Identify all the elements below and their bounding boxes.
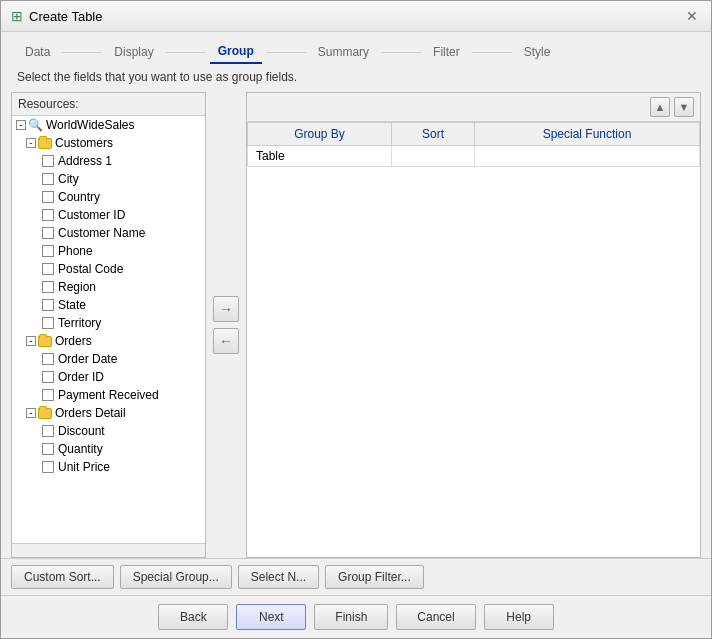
horizontal-scrollbar[interactable] — [12, 543, 205, 557]
tree-item-state[interactable]: State — [12, 296, 205, 314]
tree-group-customers-label: Customers — [55, 136, 113, 150]
wizard-description: Select the fields that you want to use a… — [1, 64, 711, 92]
tree-item-orderdate-label: Order Date — [58, 352, 117, 366]
folder-orders-icon — [38, 336, 52, 347]
checkbox-customerid[interactable] — [42, 209, 54, 221]
checkbox-orderdate[interactable] — [42, 353, 54, 365]
move-left-button[interactable]: ← — [213, 328, 239, 354]
checkbox-postalcode[interactable] — [42, 263, 54, 275]
tree-item-paymentreceived[interactable]: Payment Received — [12, 386, 205, 404]
tree-item-orderid[interactable]: Order ID — [12, 368, 205, 386]
tree-item-address1-label: Address 1 — [58, 154, 112, 168]
group-filter-button[interactable]: Group Filter... — [325, 565, 424, 589]
tree-item-orderdate[interactable]: Order Date — [12, 350, 205, 368]
next-button[interactable]: Next — [236, 604, 306, 630]
tree-item-region[interactable]: Region — [12, 278, 205, 296]
tree-item-discount[interactable]: Discount — [12, 422, 205, 440]
tree-group-ordersdetail-label: Orders Detail — [55, 406, 126, 420]
tree-container[interactable]: - 🔍 WorldWideSales - Customers Address 1 — [12, 116, 205, 543]
left-panel: Resources: - 🔍 WorldWideSales - Customer… — [11, 92, 206, 558]
tree-item-unitprice[interactable]: Unit Price — [12, 458, 205, 476]
tree-item-customerid-label: Customer ID — [58, 208, 125, 222]
right-top-bar: ▲ ▼ — [247, 93, 700, 122]
tree-item-customername[interactable]: Customer Name — [12, 224, 205, 242]
collapse-orders-icon[interactable]: - — [26, 336, 36, 346]
move-down-button[interactable]: ▼ — [674, 97, 694, 117]
back-button[interactable]: Back — [158, 604, 228, 630]
tree-item-unitprice-label: Unit Price — [58, 460, 110, 474]
collapse-ordersdetail-icon[interactable]: - — [26, 408, 36, 418]
checkbox-customername[interactable] — [42, 227, 54, 239]
checkbox-unitprice[interactable] — [42, 461, 54, 473]
resources-label: Resources: — [12, 93, 205, 116]
tree-item-region-label: Region — [58, 280, 96, 294]
move-up-button[interactable]: ▲ — [650, 97, 670, 117]
checkbox-city[interactable] — [42, 173, 54, 185]
tree-item-country-label: Country — [58, 190, 100, 204]
action-buttons: Back Next Finish Cancel Help — [1, 595, 711, 638]
tree-item-postalcode[interactable]: Postal Code — [12, 260, 205, 278]
tab-filter[interactable]: Filter — [425, 41, 468, 63]
tree-group-orders-label: Orders — [55, 334, 92, 348]
tree-item-territory[interactable]: Territory — [12, 314, 205, 332]
col-header-specialfunction: Special Function — [475, 123, 700, 146]
checkbox-quantity[interactable] — [42, 443, 54, 455]
checkbox-paymentreceived[interactable] — [42, 389, 54, 401]
folder-ordersdetail-icon — [38, 408, 52, 419]
tree-item-country[interactable]: Country — [12, 188, 205, 206]
tree-item-quantity[interactable]: Quantity — [12, 440, 205, 458]
checkbox-orderid[interactable] — [42, 371, 54, 383]
checkbox-state[interactable] — [42, 299, 54, 311]
dialog-icon: ⊞ — [11, 8, 23, 24]
tree-item-phone[interactable]: Phone — [12, 242, 205, 260]
middle-arrows: → ← — [206, 92, 246, 558]
tab-data[interactable]: Data — [17, 41, 58, 63]
tree-item-city[interactable]: City — [12, 170, 205, 188]
collapse-root-icon[interactable]: - — [16, 120, 26, 130]
tree-item-quantity-label: Quantity — [58, 442, 103, 456]
tree-group-orders[interactable]: - Orders — [12, 332, 205, 350]
tab-style[interactable]: Style — [516, 41, 559, 63]
tab-sep-2 — [166, 52, 206, 53]
close-button[interactable]: ✕ — [683, 7, 701, 25]
tab-sep-4 — [381, 52, 421, 53]
tree-root-label: WorldWideSales — [46, 118, 134, 132]
tab-sep-5 — [472, 52, 512, 53]
wizard-tabs: Data Display Group Summary Filter Style — [1, 32, 711, 64]
checkbox-address1[interactable] — [42, 155, 54, 167]
content-area: Resources: - 🔍 WorldWideSales - Customer… — [1, 92, 711, 558]
col-header-sort: Sort — [392, 123, 475, 146]
bottom-buttons-row: Custom Sort... Special Group... Select N… — [1, 558, 711, 595]
tab-sep-3 — [266, 52, 306, 53]
cell-groupby: Table — [248, 146, 392, 167]
cancel-button[interactable]: Cancel — [396, 604, 475, 630]
special-group-button[interactable]: Special Group... — [120, 565, 232, 589]
tab-group[interactable]: Group — [210, 40, 262, 64]
checkbox-territory[interactable] — [42, 317, 54, 329]
checkbox-discount[interactable] — [42, 425, 54, 437]
help-button[interactable]: Help — [484, 604, 554, 630]
folder-customers-icon — [38, 138, 52, 149]
select-n-button[interactable]: Select N... — [238, 565, 319, 589]
table-row: Table — [248, 146, 700, 167]
tree-root[interactable]: - 🔍 WorldWideSales — [12, 116, 205, 134]
tree-item-orderid-label: Order ID — [58, 370, 104, 384]
tree-item-address1[interactable]: Address 1 — [12, 152, 205, 170]
checkbox-phone[interactable] — [42, 245, 54, 257]
tree-item-state-label: State — [58, 298, 86, 312]
dialog-title: Create Table — [29, 9, 102, 24]
tree-item-paymentreceived-label: Payment Received — [58, 388, 159, 402]
title-bar: ⊞ Create Table ✕ — [1, 1, 711, 32]
tree-item-customerid[interactable]: Customer ID — [12, 206, 205, 224]
move-right-button[interactable]: → — [213, 296, 239, 322]
tab-display[interactable]: Display — [106, 41, 161, 63]
checkbox-region[interactable] — [42, 281, 54, 293]
collapse-customers-icon[interactable]: - — [26, 138, 36, 148]
custom-sort-button[interactable]: Custom Sort... — [11, 565, 114, 589]
group-table: Group By Sort Special Function Table — [247, 122, 700, 167]
tree-group-ordersdetail[interactable]: - Orders Detail — [12, 404, 205, 422]
tab-summary[interactable]: Summary — [310, 41, 377, 63]
finish-button[interactable]: Finish — [314, 604, 388, 630]
checkbox-country[interactable] — [42, 191, 54, 203]
tree-group-customers[interactable]: - Customers — [12, 134, 205, 152]
